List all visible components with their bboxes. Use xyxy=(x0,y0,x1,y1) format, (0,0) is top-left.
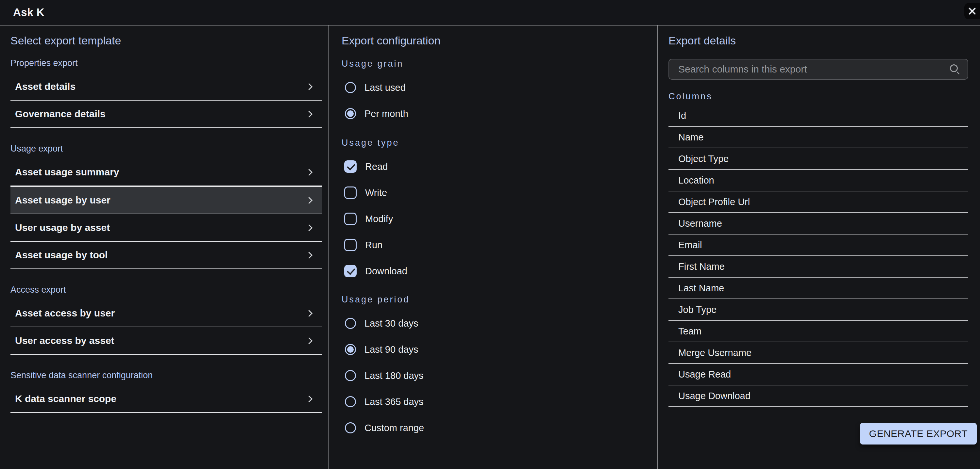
chevron-right-icon xyxy=(305,310,312,317)
configuration-panel: Export configuration Usage grain Last us… xyxy=(329,25,658,469)
option-label: Last 90 days xyxy=(364,344,418,355)
column-name: Merge Username xyxy=(678,347,751,358)
column-row: Name xyxy=(668,127,968,148)
usage-period-option[interactable]: Last 90 days xyxy=(342,336,648,363)
column-name: Object Profile Url xyxy=(678,196,750,208)
usage-type-label: Usage type xyxy=(342,137,648,148)
option-label: Per month xyxy=(364,108,408,119)
option-label: Last used xyxy=(364,82,406,93)
radio-icon[interactable] xyxy=(345,344,356,355)
usage-type-option[interactable]: Download xyxy=(342,258,648,284)
template-section-label: Properties export xyxy=(10,57,321,68)
generate-export-button[interactable]: GENERATE EXPORT xyxy=(860,423,977,445)
column-name: Usage Read xyxy=(678,369,731,380)
usage-type-option[interactable]: Write xyxy=(342,180,648,206)
usage-grain-label: Usage grain xyxy=(342,58,648,69)
template-item[interactable]: Governance details xyxy=(10,101,322,128)
usage-period-option[interactable]: Last 30 days xyxy=(342,310,648,336)
column-name: First Name xyxy=(678,261,725,272)
template-item[interactable]: Asset usage summary xyxy=(10,159,322,186)
radio-icon[interactable] xyxy=(345,318,356,329)
template-section: Properties export Asset details Governan… xyxy=(10,57,321,128)
chevron-right-icon xyxy=(305,395,312,402)
template-item[interactable]: Asset access by user xyxy=(10,300,322,327)
column-row: Merge Username xyxy=(668,342,968,364)
search-box xyxy=(668,59,968,80)
column-name: Job Type xyxy=(678,304,716,315)
template-item[interactable]: User usage by asset xyxy=(10,214,322,242)
template-item-label: Asset usage by tool xyxy=(15,250,108,261)
column-row: Object Profile Url xyxy=(668,192,968,213)
usage-period-option[interactable]: Last 365 days xyxy=(342,389,648,415)
usage-period-label: Usage period xyxy=(342,294,648,305)
column-name: Usage Download xyxy=(678,391,751,401)
template-item-label: Asset access by user xyxy=(15,307,115,319)
search-input[interactable] xyxy=(678,63,949,75)
close-icon xyxy=(968,7,977,15)
column-name: Username xyxy=(678,218,722,229)
template-item[interactable]: User access by asset xyxy=(10,327,322,355)
template-panel-title: Select export template xyxy=(10,34,321,47)
option-label: Last 365 days xyxy=(364,396,424,407)
usage-period-group: Usage period Last 30 days Last 90 days xyxy=(342,294,648,441)
template-item[interactable]: K data scanner scope xyxy=(10,385,322,413)
template-item-label: K data scanner scope xyxy=(15,393,116,404)
usage-period-option[interactable]: Custom range xyxy=(342,415,648,441)
column-row: Team xyxy=(668,321,968,342)
column-name: Id xyxy=(678,110,686,121)
column-name: Last Name xyxy=(678,283,724,294)
search-icon xyxy=(949,64,960,75)
columns-heading: Columns xyxy=(668,91,968,102)
template-item[interactable]: Asset usage by user xyxy=(10,186,322,214)
template-item-label: User usage by asset xyxy=(15,222,110,233)
column-row: Object Type xyxy=(668,148,968,170)
option-label: Run xyxy=(365,240,382,250)
template-item[interactable]: Asset details xyxy=(10,73,322,101)
dialog-title: Ask K xyxy=(13,6,45,19)
details-panel: Export details Columns Id Name Object Ty… xyxy=(658,25,980,469)
radio-icon[interactable] xyxy=(345,82,356,93)
template-item-label: Governance details xyxy=(15,108,106,120)
template-item-label: User access by asset xyxy=(15,335,115,346)
radio-icon[interactable] xyxy=(345,370,356,381)
template-section: Usage export Asset usage summary Asset u… xyxy=(10,143,321,269)
column-name: Object Type xyxy=(678,154,729,164)
checkbox-icon[interactable] xyxy=(344,239,356,251)
checkbox-icon[interactable] xyxy=(344,265,356,277)
radio-icon[interactable] xyxy=(345,108,356,119)
template-item-label: Asset usage by user xyxy=(15,195,110,206)
chevron-right-icon xyxy=(305,224,312,231)
checkbox-icon[interactable] xyxy=(344,187,356,199)
radio-icon[interactable] xyxy=(345,396,356,407)
usage-type-option[interactable]: Run xyxy=(342,232,648,258)
column-name: Location xyxy=(678,175,714,186)
details-panel-title: Export details xyxy=(668,34,968,47)
option-label: Modify xyxy=(365,214,393,224)
column-row: Last Name xyxy=(668,277,968,299)
configuration-panel-title: Export configuration xyxy=(342,34,648,47)
template-section: Sensitive data scanner configuration K d… xyxy=(10,370,321,413)
column-row: Job Type xyxy=(668,299,968,321)
column-row: Location xyxy=(668,170,968,192)
template-section-label: Usage export xyxy=(10,143,321,154)
usage-grain-option[interactable]: Per month xyxy=(342,101,648,127)
template-item[interactable]: Asset usage by tool xyxy=(10,242,322,269)
usage-grain-option[interactable]: Last used xyxy=(342,74,648,101)
radio-icon[interactable] xyxy=(345,422,356,433)
checkbox-icon[interactable] xyxy=(344,160,356,173)
chevron-right-icon xyxy=(305,196,312,203)
usage-period-option[interactable]: Last 180 days xyxy=(342,363,648,389)
option-label: Custom range xyxy=(364,423,424,433)
close-button[interactable] xyxy=(964,3,980,19)
column-row: Username xyxy=(668,213,968,234)
column-name: Team xyxy=(678,326,702,337)
column-row: Email xyxy=(668,234,968,256)
checkbox-icon[interactable] xyxy=(344,212,356,225)
option-label: Last 180 days xyxy=(364,370,424,381)
chevron-right-icon xyxy=(305,83,312,90)
template-section-label: Sensitive data scanner configuration xyxy=(10,370,321,381)
usage-type-option[interactable]: Read xyxy=(342,154,648,180)
chevron-right-icon xyxy=(305,168,312,175)
usage-grain-group: Usage grain Last used Per month xyxy=(342,58,648,127)
usage-type-option[interactable]: Modify xyxy=(342,206,648,232)
